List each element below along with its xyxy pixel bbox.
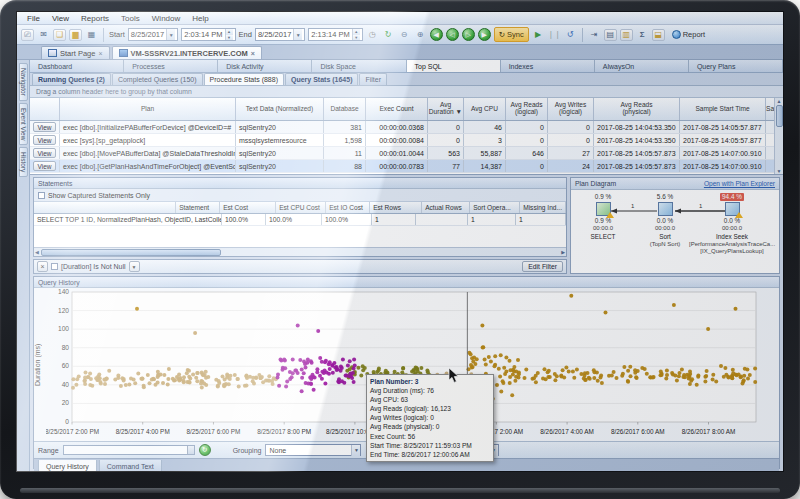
menu-item[interactable]: File [21,14,46,23]
undo-icon[interactable]: ↺ [564,29,577,41]
zoom-in-icon[interactable]: ⊕ [414,29,427,41]
bottom-tab[interactable]: Command Text [99,460,162,472]
scroll-down-icon[interactable]: ▼ [777,168,782,174]
time-spinner[interactable]: ▲▼ [352,29,360,40]
checkbox-icon[interactable] [38,192,45,199]
bottom-tab[interactable]: Query History [38,460,97,472]
column-header[interactable]: Sort Opera... [470,202,520,213]
column-header[interactable]: Actual Rows [422,202,470,213]
grid-icon[interactable]: ▤ [604,29,617,41]
view-tab[interactable]: AlwaysOn [595,60,689,72]
captured-only-row[interactable]: Show Captured Statements Only [34,189,566,202]
print-icon[interactable]: ⎚ [21,29,34,41]
table-row[interactable]: View exec [dbo].[MovePABufferData] @Stal… [30,147,783,160]
chevron-down-icon[interactable]: ▼ [129,261,140,272]
tab-start-page[interactable]: Start Page× [41,46,110,59]
plan-node-index-seek[interactable]: 94.4 % 0.0 % 00:00.0 Index Seek [Perform… [689,193,775,256]
edit-filter-button[interactable]: Edit Filter [522,261,563,272]
table-row[interactable]: View exec [sys].[sp_getapplock]mssqlsyst… [30,134,783,147]
view-tab[interactable]: Processes [124,60,218,72]
column-header[interactable]: Exec Count [366,98,428,120]
clock-icon[interactable]: ◷ [366,29,379,41]
sigma-icon[interactable]: Σ [636,29,649,41]
open-icon[interactable]: ▆ [69,29,82,41]
view-tab[interactable]: Top SQL [407,60,501,72]
plan-node-select[interactable]: 0.9 % 0.9 % 00:00.0 SELECT [575,193,631,241]
slider-grip[interactable] [187,446,194,454]
menu-item[interactable]: Reports [75,14,115,23]
scroll-up-icon[interactable]: ▲ [777,98,782,104]
view-plan-button[interactable]: View [33,122,56,132]
new-icon[interactable]: ❏ [53,29,66,41]
column-header[interactable]: Avg Reads (logical) [506,98,548,120]
sub-tab[interactable]: Procedure Stats (888) [204,73,284,85]
calc-icon[interactable]: ▥ [620,29,633,41]
table-row[interactable]: View exec [dbo].[GetPlanHashAndTimeForOb… [30,160,783,173]
time-spinner[interactable]: ▲▼ [225,29,233,40]
view-plan-button[interactable]: View [33,148,56,158]
column-header[interactable]: Avg Reads (physical) [594,98,680,120]
statement-row[interactable]: SELECT TOP 1 ID, NormalizedPlanHash, Obj… [34,214,566,226]
view-tab[interactable]: Dashboard [30,60,124,72]
chevron-down-icon[interactable]: ▼ [166,29,175,40]
menu-item[interactable]: Help [186,14,214,23]
end-date-field[interactable]: 8/25/2017▼ [255,28,305,41]
view-tab[interactable]: Indexes [501,60,595,72]
jump-back-icon[interactable]: ◀ [430,28,443,41]
tab-server[interactable]: VM-SSSRV21.INTERCERVE.COM× [112,46,262,59]
dock-tab[interactable]: Event View [19,103,28,145]
menu-item[interactable]: View [46,14,75,23]
start-date-field[interactable]: 8/25/2017▼ [128,28,178,41]
scroll-thumb[interactable] [41,249,221,256]
table-row[interactable]: View exec [dbo].[InitializePABufferForDe… [30,121,783,134]
save-icon[interactable]: ▦ [85,29,98,41]
end-time-field[interactable]: 2:13:14 PM▲▼ [308,28,362,41]
open-plan-explorer-link[interactable]: Open with Plan Explorer [704,180,775,187]
column-header[interactable]: Sample Start Time [680,98,766,120]
scroll-right-icon[interactable]: ▶ [561,249,565,255]
step-back-icon[interactable]: ◁ [446,28,459,41]
refresh-icon[interactable]: ↻ [199,444,211,456]
zoom-out-icon[interactable]: ⊖ [398,29,411,41]
menu-item[interactable]: Window [146,14,186,23]
view-tab[interactable]: Query Plans [689,60,783,72]
chevron-down-icon[interactable]: ▼ [293,29,302,40]
dock-tab[interactable]: History [19,147,28,177]
chart-area[interactable]: Duration (ms) 0204060801001201408/25/201… [34,288,779,441]
start-time-field[interactable]: 2:03:14 PM▲▼ [181,28,235,41]
step-forward-icon[interactable]: ▷ [462,28,475,41]
menu-item[interactable]: Tools [115,14,146,23]
sub-tab[interactable]: Filter [359,73,387,85]
column-header[interactable]: Est Rows [370,202,422,213]
refresh-icon[interactable]: ↻ [382,29,395,41]
scroll-thumb[interactable] [776,105,783,127]
column-header[interactable]: Avg CPU [464,98,506,120]
filter-checkbox-icon[interactable] [51,263,58,270]
view-tab[interactable]: Disk Activity [218,60,312,72]
sub-tab[interactable]: Running Queries (2) [32,73,111,85]
plan-node-sort[interactable]: 5.6 % 0.0 % 00:00.0 Sort (TopN Sort) [637,193,693,248]
column-header[interactable]: Avg Duration ▼ [428,98,464,120]
grouping-select[interactable]: None▼ [265,444,361,456]
pause-icon[interactable]: ❘❘ [548,29,561,41]
view-plan-button[interactable]: View [33,135,56,145]
report-button[interactable]: Report [668,28,710,42]
goto-icon[interactable]: ⇥ [588,29,601,41]
column-header[interactable]: Missing Ind... [520,202,566,213]
dock-tab[interactable]: Navigator [19,63,28,101]
group-by-bar[interactable]: Drag a column header here to group by th… [30,86,783,98]
view-tab[interactable]: Disk Space [312,60,406,72]
close-icon[interactable]: × [251,50,255,57]
sub-tab[interactable]: Query Stats (1645) [285,73,358,85]
mail-icon[interactable]: ✉ [37,29,50,41]
play-icon[interactable]: ▶ [532,29,545,41]
vertical-scrollbar[interactable]: ▲▼ [774,98,783,174]
close-filter-icon[interactable]: × [37,261,48,272]
horizontal-scrollbar[interactable]: ◀▶ [34,247,566,256]
chevron-down-icon[interactable]: ▼ [351,445,360,456]
scroll-left-icon[interactable]: ◀ [35,249,39,255]
column-header[interactable]: Avg Writes (logical) [548,98,594,120]
column-header[interactable]: Est CPU Cost [276,202,326,213]
view-plan-button[interactable]: View [33,161,56,171]
column-header[interactable]: Est IO Cost [326,202,370,213]
